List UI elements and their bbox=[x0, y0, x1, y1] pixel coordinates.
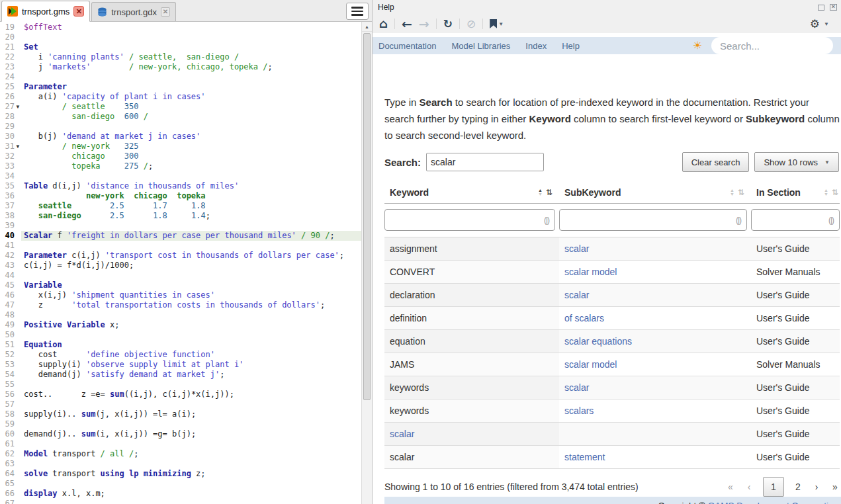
page-button-1[interactable]: 1 bbox=[763, 477, 784, 497]
code-line[interactable]: 27▼ / seattle 350 bbox=[0, 102, 361, 112]
code-line[interactable]: 54 demand(j) 'satisfy demand at market j… bbox=[0, 370, 361, 380]
search-input[interactable] bbox=[426, 153, 544, 171]
code-line[interactable]: 64solve transport using lp minimizing z; bbox=[0, 469, 361, 479]
code-line[interactable]: 44 bbox=[0, 271, 361, 280]
code-line[interactable]: 53 supply(i) 'observe supply limit at pl… bbox=[0, 360, 361, 370]
subkeyword-filter-input[interactable]: (|) bbox=[559, 209, 747, 231]
code-line[interactable]: 51Equation bbox=[0, 340, 361, 350]
subkeyword-link[interactable]: scalar bbox=[564, 290, 589, 300]
code-line[interactable]: 57 bbox=[0, 399, 361, 409]
subkeyword-link[interactable]: scalars bbox=[564, 405, 594, 416]
gams-corporation-link[interactable]: GAMS Development Corporation bbox=[708, 501, 838, 504]
nav-help[interactable]: Help bbox=[562, 41, 580, 51]
hamburger-menu-icon[interactable] bbox=[346, 3, 369, 20]
code-line[interactable]: 24 bbox=[0, 72, 361, 82]
code-line[interactable]: 31▼ / new-york 325 bbox=[0, 142, 361, 151]
code-line[interactable]: 63 bbox=[0, 459, 361, 469]
code-line[interactable]: 23 j 'markets' / new-york, chicago, tope… bbox=[0, 62, 361, 72]
subkeyword-link[interactable]: scalar bbox=[564, 382, 589, 393]
subkeyword-link[interactable]: of scalars bbox=[564, 313, 604, 323]
code-line[interactable]: 26 a(i) 'capacity of plant i in cases' bbox=[0, 92, 361, 102]
home-icon[interactable]: ⌂ bbox=[379, 18, 388, 30]
code-line[interactable]: 65 bbox=[0, 479, 361, 489]
help-options-button[interactable]: ⚙ ▼ bbox=[810, 19, 834, 30]
code-line[interactable]: 21Set bbox=[0, 42, 361, 52]
code-line[interactable]: 40Scalar f 'freight in dollars per case … bbox=[0, 231, 361, 241]
code-line[interactable]: 42Parameter c(i,j) 'transport cost in th… bbox=[0, 251, 361, 261]
scroll-up-arrow-icon[interactable]: ▲ bbox=[362, 22, 372, 32]
code-editor[interactable]: 19$offText2021Set22 i 'canning plants' /… bbox=[0, 22, 361, 504]
bookmark-button[interactable]: ▼ bbox=[490, 19, 504, 28]
code-line[interactable]: 41 bbox=[0, 241, 361, 251]
keyword-link[interactable]: scalar bbox=[390, 429, 414, 439]
code-line[interactable]: 28 san-diego 600 / bbox=[0, 112, 361, 122]
close-tab-icon[interactable]: ✕ bbox=[73, 6, 84, 17]
code-line[interactable]: 35Table d(i,j) 'distance in thousands of… bbox=[0, 181, 361, 191]
stop-icon[interactable]: ⊘ bbox=[466, 19, 476, 30]
back-icon[interactable]: ← bbox=[402, 18, 412, 30]
column-header-subkeyword[interactable]: SubKeyword ▲▼ ⇅ bbox=[559, 187, 751, 198]
code-line[interactable]: 20 bbox=[0, 32, 361, 42]
nav-model-libraries[interactable]: Model Libraries bbox=[451, 41, 510, 51]
code-line[interactable]: 29 bbox=[0, 122, 361, 132]
subkeyword-link[interactable]: statement bbox=[564, 452, 605, 462]
insection-filter-input[interactable]: (|) bbox=[751, 209, 840, 231]
code-line[interactable]: 45Variable bbox=[0, 280, 361, 290]
forward-icon[interactable]: → bbox=[419, 18, 429, 30]
page-button-‹[interactable]: ‹ bbox=[744, 482, 754, 492]
code-line[interactable]: 33 topeka 275 /; bbox=[0, 161, 361, 171]
sort-arrows-icon[interactable]: ▲▼ bbox=[824, 189, 828, 196]
editor-scrollbar[interactable]: ▲ bbox=[361, 22, 372, 504]
code-line[interactable]: 46 x(i,j) 'shipment quantities in cases' bbox=[0, 290, 361, 300]
subkeyword-link[interactable]: scalar model bbox=[564, 359, 617, 370]
code-line[interactable]: 32 chicago 300 bbox=[0, 151, 361, 161]
code-line[interactable]: 25Parameter bbox=[0, 82, 361, 92]
close-icon[interactable]: × bbox=[830, 4, 837, 11]
code-line[interactable]: 48 bbox=[0, 310, 361, 320]
doc-search-box[interactable] bbox=[711, 37, 833, 54]
keyword-filter-input[interactable]: (|) bbox=[384, 209, 555, 231]
code-line[interactable]: 52 cost 'define objective function' bbox=[0, 350, 361, 360]
page-button-2[interactable]: 2 bbox=[793, 482, 803, 492]
code-line[interactable]: 37 seattle 2.5 1.7 1.8 bbox=[0, 201, 361, 211]
nav-index[interactable]: Index bbox=[525, 41, 547, 51]
code-line[interactable]: 34 bbox=[0, 171, 361, 181]
close-tab-icon[interactable]: ✕ bbox=[161, 7, 170, 17]
nav-documentation[interactable]: Documentation bbox=[378, 41, 436, 51]
code-line[interactable]: 39 bbox=[0, 221, 361, 231]
subkeyword-link[interactable]: scalar model bbox=[564, 267, 617, 277]
code-line[interactable]: 58supply(i).. sum(j, x(i,j)) =l= a(i); bbox=[0, 409, 361, 419]
sort-arrows-icon[interactable]: ▲▼ bbox=[730, 189, 734, 196]
sort-order-icon[interactable]: ⇅ bbox=[738, 188, 744, 197]
tab-trnsport-gms[interactable]: trnsport.gms ✕ bbox=[1, 1, 90, 22]
page-button-›[interactable]: › bbox=[812, 482, 821, 492]
code-line[interactable]: 66display x.l, x.m; bbox=[0, 489, 361, 499]
code-line[interactable]: 61 bbox=[0, 439, 361, 449]
code-line[interactable]: 36 new-york chicago topeka bbox=[0, 191, 361, 201]
clear-search-button[interactable]: Clear search bbox=[682, 152, 750, 172]
sort-order-icon[interactable]: ⇅ bbox=[546, 188, 553, 197]
sort-arrows-icon[interactable]: ▲▼ bbox=[538, 189, 543, 196]
code-line[interactable]: 43c(i,j) = f*d(i,j)/1000; bbox=[0, 261, 361, 271]
code-line[interactable]: 50 bbox=[0, 330, 361, 340]
sort-order-icon[interactable]: ⇅ bbox=[832, 188, 838, 197]
code-line[interactable]: 67 bbox=[0, 499, 361, 504]
code-line[interactable]: 19$offText bbox=[0, 22, 361, 32]
subkeyword-link[interactable]: scalar bbox=[564, 243, 589, 254]
code-line[interactable]: 30 b(j) 'demand at market j in cases' bbox=[0, 132, 361, 142]
sun-icon[interactable]: ☀ bbox=[693, 40, 702, 51]
column-header-in-section[interactable]: In Section ▲▼ ⇅ bbox=[751, 187, 840, 198]
page-button-«[interactable]: « bbox=[726, 482, 735, 492]
code-line[interactable]: 60demand(j).. sum(i, x(i,j)) =g= b(j); bbox=[0, 429, 361, 439]
code-line[interactable]: 22 i 'canning plants' / seattle, san-die… bbox=[0, 52, 361, 62]
code-line[interactable]: 47 z 'total transportation costs in thou… bbox=[0, 300, 361, 310]
show-rows-dropdown[interactable]: Show 10 rows ▼ bbox=[754, 152, 839, 172]
scrollbar-thumb[interactable] bbox=[363, 33, 371, 400]
code-line[interactable]: 59 bbox=[0, 419, 361, 429]
code-line[interactable]: 62Model transport / all /; bbox=[0, 449, 361, 459]
doc-search-input[interactable] bbox=[720, 40, 841, 52]
fold-marker-icon[interactable]: ▼ bbox=[15, 102, 21, 112]
code-line[interactable]: 56cost.. z =e= sum((i,j), c(i,j)*x(i,j))… bbox=[0, 390, 361, 399]
code-line[interactable]: 49Positive Variable x; bbox=[0, 320, 361, 330]
fold-marker-icon[interactable]: ▼ bbox=[15, 142, 21, 151]
